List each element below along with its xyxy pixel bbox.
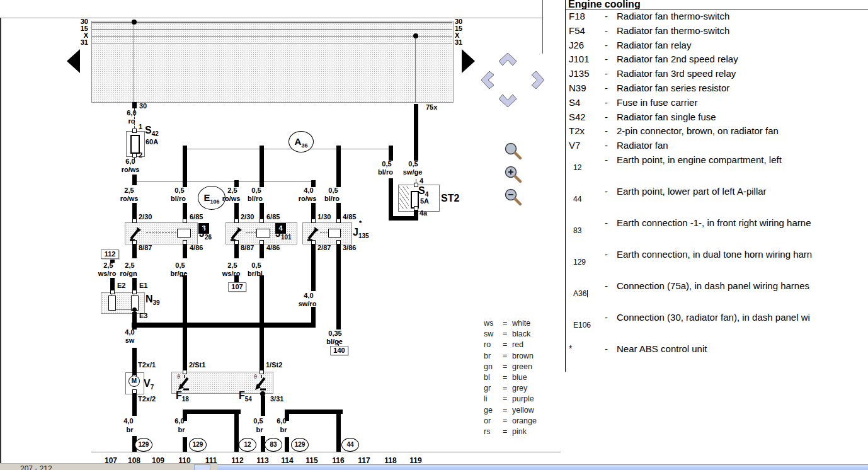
legend-item: V7-Radiator fan (565, 140, 868, 154)
wire-label: ws/ro (98, 270, 117, 277)
component-label: S42 (145, 126, 159, 137)
wire-label: 2/30 (139, 214, 152, 221)
wire-color-name: yellow (512, 406, 534, 416)
wire-label: 30 (139, 103, 147, 110)
wire-label: 2 (139, 152, 142, 159)
wire-color-code: sw (481, 330, 503, 340)
legend-item: 44-Earth point, lower part of left A-pil… (565, 186, 868, 217)
wire-label: ro/ws (120, 195, 139, 202)
equals-sign: = (503, 340, 512, 351)
wire-label: br (256, 427, 263, 433)
wire-color-name: pink (512, 427, 527, 438)
wire-label: * (359, 220, 362, 227)
connection-circle: E106 (198, 186, 226, 210)
svg-text:ϑ: ϑ (177, 374, 180, 380)
wire-label: 2,5 (124, 187, 134, 194)
legend-item-list: F18-Radiator fan thermo-switchF54-Radiat… (565, 11, 868, 375)
legend-item-description: Radiator fan series resistor (617, 83, 868, 93)
component-legend-panel: Engine cooling F18-Radiator fan thermo-s… (565, 0, 868, 470)
legend-item-description: Near ABS control unit (617, 343, 868, 354)
wire-label: bl/ro (324, 195, 340, 202)
horizontal-scrollbar[interactable] (217, 464, 868, 470)
wire-label: E3 (139, 312, 147, 319)
legend-item-code: 12 (565, 154, 605, 173)
legend-item-dash: - (605, 154, 617, 165)
wire-color-entry: li=purple (481, 394, 550, 405)
pan-right-button[interactable] (531, 71, 544, 92)
relay-coil (328, 229, 341, 238)
wire-color-code: ro (481, 340, 503, 351)
legend-item-dash: - (605, 11, 617, 21)
junction-dot (132, 307, 137, 312)
legend-item-code: S42 (565, 112, 605, 122)
magnifier-icon (504, 152, 523, 163)
wire-label: ro/gn (120, 270, 137, 277)
next-page-arrow[interactable] (462, 49, 475, 73)
wire-segment (183, 437, 187, 452)
wiring-diagram-viewer: ϑϑMA36E10611210714012912912831294434S42J… (0, 0, 868, 470)
zoom-out-button[interactable] (504, 188, 523, 209)
wire-label: 3/86 (343, 244, 356, 251)
legend-item-description: Earth point, in engine compartment, left (617, 154, 868, 165)
wire-segment (234, 243, 239, 258)
magnifier-minus-icon (504, 198, 523, 209)
wire-label: 0,5 (328, 187, 338, 194)
wire-color-code: ws (481, 319, 503, 330)
legend-item: S42-Radiator fan single fuse (565, 112, 868, 126)
zoom-reset-button[interactable] (504, 142, 523, 163)
zoom-in-button[interactable] (504, 165, 523, 186)
wire-label: 4,0 (304, 187, 313, 194)
legend-item-code: N39 (565, 83, 605, 93)
equals-sign: = (503, 406, 512, 416)
legend-item-description: Radiator fan (617, 140, 868, 151)
wire-label: 0,5 (251, 262, 261, 269)
wire-color-code: or (481, 416, 503, 427)
wire-label: 6,0 (125, 158, 135, 165)
relay-link-dash (246, 232, 256, 232)
thermo-switch-icon: ϑ (253, 373, 270, 394)
wire-segment (311, 307, 316, 323)
legend-item-description: 2-pin connector, brown, on radiator fan (617, 125, 868, 136)
wire-label: 6,0 (277, 418, 286, 425)
bus-band (91, 21, 454, 103)
wire-segment (183, 410, 241, 414)
wire-label: 0,5 (174, 187, 184, 194)
wire-label: 5A (420, 198, 429, 205)
motor-icon: M (128, 375, 140, 387)
relay-coil (256, 229, 270, 238)
equals-sign: = (503, 330, 512, 340)
earth-point-badge: 12 (239, 438, 256, 452)
wire-color-entry: gn=green (481, 362, 550, 373)
wire-label: 6/85 (190, 214, 203, 221)
wire-label: 0,5 (408, 161, 418, 168)
component-label: F54 (239, 391, 252, 402)
legend-item-code: F18 (565, 11, 605, 21)
pan-down-button[interactable] (498, 94, 517, 110)
wire-label: bl/ro (248, 195, 263, 202)
component-label: S4 (418, 186, 428, 197)
wire-segment (260, 146, 264, 187)
wire-label: 60A (146, 139, 158, 146)
wire-segment (260, 243, 264, 258)
wire-color-entry: rs=pink (481, 427, 550, 438)
terminal-marker (132, 219, 137, 223)
legend-item-dash: - (605, 312, 617, 323)
wire-label: 0,5 (251, 187, 261, 194)
legend-item-dash: - (605, 249, 617, 260)
pan-left-button[interactable] (481, 71, 494, 92)
wire-segment (183, 146, 187, 187)
previous-page-arrow[interactable] (67, 49, 80, 73)
wire-segment (260, 275, 264, 373)
wire-label: 0,5 (382, 161, 391, 168)
status-area: 207 - 212 (0, 463, 217, 470)
wire-label: bl/ge (326, 338, 343, 345)
legend-item-dash: - (605, 343, 617, 354)
legend-item-code: V7 (565, 140, 605, 151)
wire-label: 0,5 (175, 262, 185, 269)
wire-segment (285, 437, 289, 452)
legend-item-description: Connection (30, radiator fan), in dash p… (617, 312, 868, 323)
legend-item-description: Earth connection -1-, in front right wir… (617, 217, 868, 228)
diagram-line (91, 36, 452, 37)
scrollbar-button[interactable] (194, 464, 210, 470)
pan-up-button[interactable] (498, 53, 517, 69)
